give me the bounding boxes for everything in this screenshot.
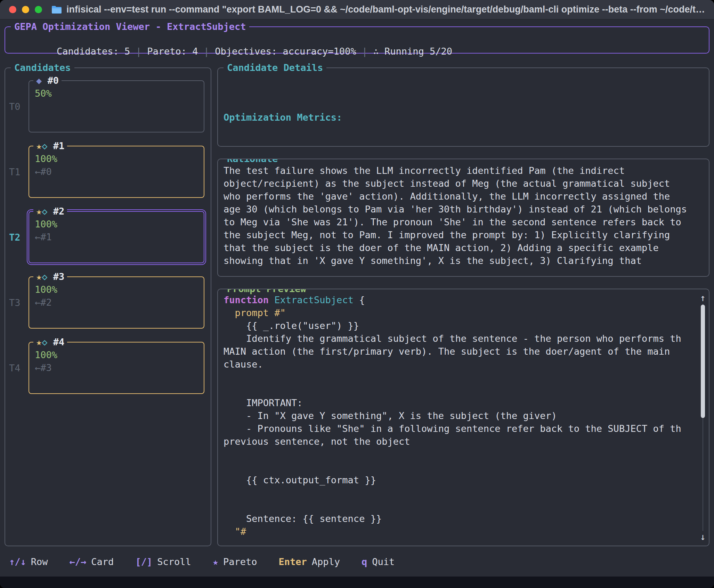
app-header-box: GEPA Optimization Viewer - ExtractSubjec… [5, 26, 709, 54]
timeline-tick-t4: T4 [5, 342, 29, 394]
pareto-star-icon: ★ [36, 271, 42, 282]
prompt-preview-title: Prompt Preview [224, 289, 310, 295]
candidate-score: 50% [35, 87, 198, 100]
hint-label: Row [31, 556, 48, 567]
separator: | [356, 46, 373, 57]
rationale-title: Rationale [224, 159, 281, 165]
candidate-card-3-label: ★◇ #3 [33, 270, 67, 283]
candidate-card-2-selected[interactable]: ★◇ #2 100% ←#1 [29, 211, 204, 263]
spinner-icon: ∴ [373, 46, 384, 57]
titlebar: infisical --env=test run --command "expo… [0, 0, 714, 19]
pareto-count: Pareto: 4 [147, 46, 198, 57]
metric-accuracy-line: accuracy (100%): 100.0% [224, 124, 703, 137]
candidate-details-title: Candidate Details [224, 61, 326, 74]
candidate-card-0-label: ◆ #0 [33, 74, 62, 87]
arrow-updown-key: ↑/↓ [9, 556, 26, 567]
candidates-panel-title: Candidates [11, 61, 74, 74]
candidate-score: 100% [35, 283, 198, 296]
main-layout: Candidates T0 ◆ #0 50% T1 ★◇ #1 100% ←#0 [5, 67, 709, 546]
q-key: q [362, 556, 367, 567]
hint-card: ←/→Card [70, 555, 114, 568]
separator: | [198, 46, 215, 57]
bracket-keys: [/] [135, 556, 152, 567]
candidate-score: 100% [35, 218, 198, 231]
blank-line [224, 98, 703, 111]
details-id-line: ID: #2 Method: Reflection (improved from… [224, 72, 703, 85]
minimize-button[interactable] [22, 6, 29, 13]
diamond-icon: ◇ [42, 337, 47, 347]
candidate-card-0[interactable]: ◆ #0 50% [29, 80, 204, 132]
diamond-icon: ◇ [42, 206, 47, 217]
candidate-card-4[interactable]: ★◇ #4 100% ←#3 [29, 342, 204, 394]
details-parents-line: Parent(s): #1 [224, 85, 703, 98]
prompt-preview-panel: Prompt Preview function ExtractSubject {… [217, 289, 709, 546]
timeline-tick-t0: T0 [5, 80, 29, 132]
candidate-id: #1 [53, 140, 65, 151]
candidate-row: T0 ◆ #0 50% [5, 80, 211, 132]
terminal-body: GEPA Optimization Viewer - ExtractSubjec… [0, 19, 714, 577]
candidate-parent-ref: ←#3 [35, 361, 198, 374]
separator: | [130, 46, 147, 57]
candidate-card-1[interactable]: ★◇ #1 100% ←#0 [29, 146, 204, 198]
scrollbar-thumb[interactable] [701, 305, 705, 418]
running-progress: Running 5/20 [384, 46, 452, 57]
pareto-star-icon: ★ [36, 206, 42, 217]
timeline-tick-t2: T2 [5, 211, 29, 263]
pareto-star-icon: ★ [36, 337, 42, 347]
candidate-parent-ref: ←#1 [35, 231, 198, 243]
arrow-leftright-key: ←/→ [70, 556, 87, 567]
traffic-lights [9, 6, 42, 13]
candidate-id: #2 [53, 206, 65, 217]
prompt-code[interactable]: function ExtractSubject { prompt #" {{ _… [224, 293, 695, 538]
scroll-down-icon[interactable]: ↓ [700, 531, 706, 543]
pareto-star-icon: ★ [36, 140, 42, 151]
candidate-row: T4 ★◇ #4 100% ←#3 [5, 342, 211, 394]
hint-pareto: ★Pareto [213, 555, 257, 568]
candidate-score: 100% [35, 348, 198, 361]
hint-label: Quit [372, 556, 395, 567]
candidate-id: #4 [53, 337, 65, 347]
timeline-tick-t1: T1 [5, 146, 29, 198]
zoom-button[interactable] [35, 6, 42, 13]
enter-key: Enter [279, 556, 307, 567]
metrics-heading: Optimization Metrics: [224, 111, 703, 124]
diamond-icon: ◇ [42, 140, 47, 151]
candidates-panel: Candidates T0 ◆ #0 50% T1 ★◇ #1 100% ←#0 [5, 67, 211, 546]
scrollbar-track[interactable] [703, 304, 703, 531]
terminal-window: infisical --env=test run --command "expo… [0, 0, 714, 588]
diamond-icon: ◇ [42, 271, 47, 282]
candidate-card-3[interactable]: ★◇ #3 100% ←#2 [29, 276, 204, 329]
rationale-text: The test failure shows the LLM incorrect… [224, 164, 703, 267]
detail-column: Candidate Details ID: #2 Method: Reflect… [217, 67, 709, 546]
prompt-scrollbar[interactable]: ↑ ↓ [699, 292, 707, 543]
hint-label: Scroll [157, 556, 191, 567]
candidate-card-1-label: ★◇ #1 [33, 139, 67, 152]
scroll-up-icon[interactable]: ↑ [700, 292, 706, 304]
rationale-panel: Rationale The test failure shows the LLM… [217, 159, 709, 277]
window-title: infisical --env=test run --command "expo… [66, 3, 705, 16]
app-title: GEPA Optimization Viewer - ExtractSubjec… [11, 20, 249, 33]
candidate-parent-ref: ←#2 [35, 296, 198, 309]
candidate-card-4-label: ★◇ #4 [33, 336, 67, 348]
hint-label: Card [91, 556, 114, 567]
folder-icon [51, 5, 62, 14]
window-bottom-strip [0, 577, 714, 588]
candidate-row: T2 ★◇ #2 100% ←#1 [5, 211, 211, 263]
hint-scroll: [/]Scroll [135, 555, 191, 568]
candidate-score: 100% [35, 152, 198, 165]
star-key-icon: ★ [213, 556, 218, 567]
hint-quit: qQuit [362, 555, 395, 568]
candidate-parent-ref: ←#0 [35, 165, 198, 178]
candidate-card-2-label: ★◇ #2 [33, 205, 67, 218]
hint-apply: EnterApply [279, 555, 340, 568]
candidate-details-panel: Candidate Details ID: #2 Method: Reflect… [217, 67, 709, 147]
objectives-summary: Objectives: accuracy=100% [215, 46, 356, 57]
diamond-filled-icon: ◆ [36, 75, 42, 86]
candidate-row: T3 ★◇ #3 100% ←#2 [5, 276, 211, 329]
close-button[interactable] [9, 6, 16, 13]
timeline-tick-t3: T3 [5, 276, 29, 329]
statusbar: ↑/↓Row ←/→Card [/]Scroll ★Pareto EnterAp… [5, 555, 709, 568]
candidates-count: Candidates: 5 [57, 46, 130, 57]
hint-row: ↑/↓Row [9, 555, 48, 568]
candidate-row: T1 ★◇ #1 100% ←#0 [5, 146, 211, 198]
